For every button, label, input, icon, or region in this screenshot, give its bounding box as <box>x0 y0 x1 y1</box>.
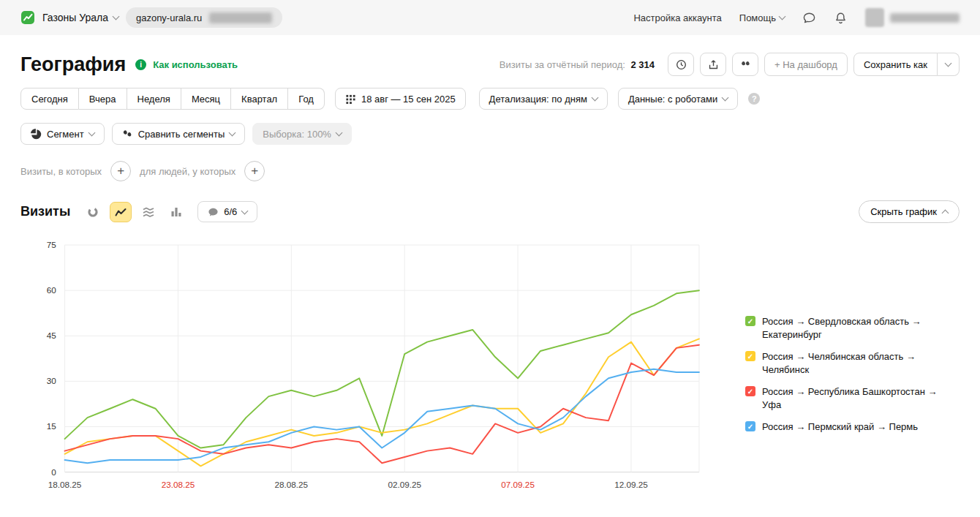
counter-switcher[interactable]: Газоны Урала <box>42 12 118 23</box>
segment-row: Сегмент Сравнить сегменты Выборка: 100% <box>20 123 960 145</box>
legend-label: Россия → Свердловская область → Екатерин… <box>762 315 949 341</box>
svg-text:23.08.25: 23.08.25 <box>162 480 195 489</box>
clock-icon <box>675 59 687 71</box>
drops-icon <box>739 59 752 71</box>
sampling-dropdown[interactable]: Выборка: 100% <box>252 123 352 145</box>
legend-label: Россия → Пермский край → Пермь <box>762 420 918 434</box>
detalization-label: Детализация: по дням <box>489 94 587 105</box>
chart-type-line-button[interactable] <box>110 202 132 222</box>
legend-checkbox[interactable] <box>745 351 755 361</box>
segment-label: Сегмент <box>47 129 84 140</box>
visits-total-value: 2 314 <box>630 59 655 70</box>
help-label: Помощь <box>739 12 776 23</box>
legend-item-chelyabinsk[interactable]: Россия → Челябинская область → Челябинск <box>745 350 960 376</box>
svg-text:60: 60 <box>47 285 57 295</box>
chevron-down-icon <box>722 94 729 102</box>
export-icon <box>707 59 720 71</box>
account-settings-label: Настройка аккаунта <box>633 12 721 23</box>
drops-button[interactable] <box>732 53 758 76</box>
bell-icon[interactable] <box>834 11 848 25</box>
how-to-use-link[interactable]: Как использовать <box>153 59 238 70</box>
sampling-label: Выборка: 100% <box>263 129 331 140</box>
svg-text:12.09.25: 12.09.25 <box>614 480 648 489</box>
tab-week[interactable]: Неделя <box>127 88 181 110</box>
metrica-logo-icon[interactable] <box>20 10 35 25</box>
legend-item-ekaterinburg[interactable]: Россия → Свердловская область → Екатерин… <box>745 315 960 341</box>
svg-text:45: 45 <box>47 331 57 340</box>
export-button[interactable] <box>700 53 726 76</box>
tab-quarter[interactable]: Квартал <box>231 88 288 110</box>
compare-segments-dropdown[interactable]: Сравнить сегменты <box>112 123 246 145</box>
columns-icon <box>170 206 182 217</box>
svg-text:18.08.25: 18.08.25 <box>48 480 82 489</box>
redacted-username <box>890 13 960 23</box>
chat-icon[interactable] <box>802 11 816 25</box>
help-question-icon[interactable] <box>748 93 760 105</box>
chevron-up-icon <box>942 209 949 216</box>
tab-month[interactable]: Месяц <box>181 88 231 110</box>
chevron-down-icon <box>945 60 952 67</box>
pie-icon <box>31 129 42 140</box>
tab-year[interactable]: Год <box>288 88 325 110</box>
site-domain: gazony-urala.ru <box>136 12 202 23</box>
help-menu[interactable]: Помощь <box>739 12 785 23</box>
chart-legend: Россия → Свердловская область → Екатерин… <box>745 233 960 505</box>
legend-label: Россия → Республика Башкортостан → Уфа <box>762 385 949 411</box>
visits-title: Визиты <box>20 204 70 219</box>
chevron-down-icon <box>113 13 120 20</box>
chevron-down-icon <box>241 207 249 214</box>
save-as-menu-button[interactable] <box>938 53 960 76</box>
legend-item-ufa[interactable]: Россия → Республика Башкортостан → Уфа <box>745 385 960 411</box>
legend-checkbox[interactable] <box>745 421 755 431</box>
header-actions: Визиты за отчётный период: 2 314 + На да… <box>500 53 960 76</box>
counter-pill[interactable]: gazony-urala.ru <box>126 7 282 28</box>
comments-button[interactable]: 6/6 <box>197 201 257 222</box>
svg-text:28.08.25: 28.08.25 <box>275 480 309 489</box>
svg-text:0: 0 <box>51 467 56 477</box>
info-icon <box>135 59 146 70</box>
report-schedule-button[interactable] <box>668 53 694 76</box>
date-range-label: 18 авг — 15 сен 2025 <box>361 94 456 105</box>
svg-text:15: 15 <box>47 421 57 431</box>
segment-dropdown[interactable]: Сегмент <box>20 123 105 145</box>
report-header: География Как использовать Визиты за отч… <box>20 53 960 76</box>
visits-condition-label: Визиты, в которых <box>20 166 102 177</box>
chart-section: 0153045607518.08.2523.08.2528.08.2502.09… <box>20 233 960 505</box>
add-visit-condition-button[interactable] <box>110 161 131 181</box>
svg-text:07.09.25: 07.09.25 <box>501 480 535 489</box>
hide-chart-button[interactable]: Скрыть график <box>859 200 960 223</box>
user-menu[interactable] <box>865 8 960 27</box>
legend-item-perm[interactable]: Россия → Пермский край → Пермь <box>745 420 960 434</box>
add-people-condition-button[interactable] <box>244 161 265 181</box>
tab-yesterday[interactable]: Вчера <box>79 88 127 110</box>
compare-segments-label: Сравнить сегменты <box>138 129 225 140</box>
visits-total-label: Визиты за отчётный период: <box>500 59 625 70</box>
segment-builder: Визиты, в которых для людей, у которых <box>20 161 960 181</box>
data-mode-label: Данные: с роботами <box>628 94 717 105</box>
chart-type-area-button[interactable] <box>137 202 159 222</box>
save-as-button[interactable]: Сохранить как <box>853 53 938 76</box>
chart-type-pie-button[interactable] <box>82 202 104 222</box>
date-range-button[interactable]: 18 авг — 15 сен 2025 <box>335 88 466 110</box>
line-chart-icon <box>115 207 127 217</box>
detalization-dropdown[interactable]: Детализация: по дням <box>479 88 608 110</box>
legend-checkbox[interactable] <box>745 386 755 396</box>
counter-name: Газоны Урала <box>42 12 108 23</box>
legend-checkbox[interactable] <box>745 316 755 326</box>
svg-text:75: 75 <box>47 240 57 249</box>
visits-chart[interactable]: 0153045607518.08.2523.08.2528.08.2502.09… <box>20 233 728 505</box>
chart-type-bars-button[interactable] <box>165 202 187 222</box>
people-condition-label: для людей, у которых <box>140 166 235 177</box>
compare-drops-icon <box>122 129 133 140</box>
doughnut-icon <box>87 206 99 218</box>
stacked-lines-icon <box>143 206 154 218</box>
topbar: Газоны Урала gazony-urala.ru Настройка а… <box>0 0 980 35</box>
period-row: Сегодня Вчера Неделя Месяц Квартал Год 1… <box>20 88 960 110</box>
data-mode-dropdown[interactable]: Данные: с роботами <box>618 88 738 110</box>
add-to-dashboard-button[interactable]: + На дашборд <box>764 53 848 76</box>
calendar-grid-icon <box>345 94 356 105</box>
chevron-down-icon <box>335 129 342 137</box>
tab-today[interactable]: Сегодня <box>20 88 79 110</box>
topbar-right: Настройка аккаунта Помощь <box>633 8 960 27</box>
account-settings-link[interactable]: Настройка аккаунта <box>633 12 721 23</box>
